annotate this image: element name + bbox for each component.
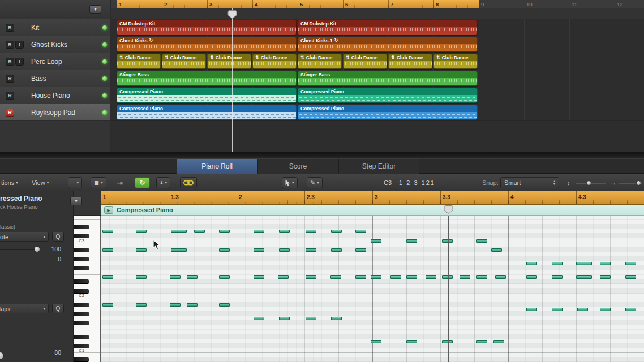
track-header-menu-button[interactable]: ▾ bbox=[89, 5, 101, 14]
record-enable-button[interactable]: R bbox=[6, 58, 14, 66]
midi-note[interactable] bbox=[526, 308, 537, 311]
midi-note[interactable] bbox=[355, 230, 366, 233]
midi-note[interactable] bbox=[476, 275, 487, 279]
tab-piano-roll[interactable]: Piano Roll bbox=[177, 159, 257, 174]
midi-note[interactable] bbox=[136, 248, 147, 252]
black-key[interactable] bbox=[74, 225, 89, 229]
midi-note[interactable] bbox=[102, 230, 113, 233]
midi-note[interactable] bbox=[371, 340, 381, 343]
midi-note[interactable] bbox=[442, 275, 453, 279]
midi-note[interactable] bbox=[171, 248, 187, 252]
midi-note[interactable] bbox=[102, 275, 113, 279]
midi-note[interactable] bbox=[552, 275, 563, 279]
audio-region[interactable]: Ghost Kicks↻ bbox=[117, 37, 297, 52]
midi-note[interactable] bbox=[390, 275, 401, 279]
input-monitor-button[interactable]: I bbox=[15, 41, 24, 49]
region-play-button[interactable]: ▶ bbox=[104, 206, 113, 214]
black-key[interactable] bbox=[74, 257, 89, 261]
midi-note[interactable] bbox=[136, 230, 147, 233]
midi-note[interactable] bbox=[136, 303, 147, 307]
midi-note[interactable] bbox=[330, 275, 341, 279]
midi-note[interactable] bbox=[170, 275, 181, 279]
track-header-bass[interactable]: RBass bbox=[0, 70, 110, 87]
midi-note[interactable] bbox=[552, 308, 563, 311]
track-header-house-piano[interactable]: RHouse Piano bbox=[0, 87, 110, 104]
record-enable-button[interactable]: R bbox=[6, 92, 14, 100]
midi-note[interactable] bbox=[460, 275, 470, 279]
midi-note[interactable] bbox=[219, 275, 230, 279]
scale-dropdown[interactable]: Major ▾ bbox=[0, 304, 49, 313]
midi-note[interactable] bbox=[331, 317, 342, 320]
midi-note[interactable] bbox=[331, 248, 342, 252]
quantize-q-button[interactable]: Q bbox=[52, 232, 64, 242]
region-header-strip[interactable]: ▶ Compressed Piano bbox=[101, 205, 644, 216]
record-enable-button[interactable]: R bbox=[6, 75, 14, 83]
midi-note[interactable] bbox=[406, 275, 417, 279]
midi-note[interactable] bbox=[576, 275, 592, 279]
midi-note[interactable] bbox=[526, 275, 537, 279]
horizontal-zoom-slider[interactable] bbox=[619, 181, 642, 186]
catch-playhead-button[interactable]: ↻ bbox=[135, 177, 150, 188]
midi-note[interactable] bbox=[476, 239, 487, 243]
black-key[interactable] bbox=[74, 321, 89, 325]
midi-note[interactable] bbox=[171, 230, 187, 233]
midi-note[interactable] bbox=[495, 275, 506, 279]
midi-note[interactable] bbox=[278, 275, 289, 279]
midi-note[interactable] bbox=[526, 262, 537, 265]
event-list-button[interactable]: ≣ ▾ bbox=[91, 177, 106, 188]
midi-note[interactable] bbox=[306, 275, 316, 279]
view-menu[interactable]: View ▾ bbox=[32, 174, 49, 191]
audio-region[interactable]: CM Dubstep Kit bbox=[298, 20, 478, 35]
midi-note[interactable] bbox=[279, 230, 290, 233]
track-header-perc-loop[interactable]: RIPerc Loop bbox=[0, 53, 110, 70]
pencil-tool-button[interactable]: ✎ ▾ bbox=[307, 177, 323, 188]
midi-note[interactable] bbox=[279, 317, 290, 320]
midi-note[interactable] bbox=[426, 275, 436, 279]
midi-note[interactable] bbox=[355, 248, 366, 252]
midi-note[interactable] bbox=[577, 308, 588, 311]
midi-note[interactable] bbox=[306, 248, 316, 252]
slider-knob[interactable] bbox=[586, 180, 591, 186]
pane-divider[interactable] bbox=[0, 152, 644, 159]
audio-region[interactable]: ⇅Club Dance bbox=[343, 54, 387, 69]
midi-note[interactable] bbox=[600, 262, 611, 265]
midi-in-button[interactable]: ⇥ bbox=[117, 174, 123, 191]
record-enable-button[interactable]: R bbox=[6, 41, 14, 49]
audio-region[interactable]: Ghost Kicks.1↻ bbox=[298, 37, 478, 52]
midi-note[interactable] bbox=[279, 248, 290, 252]
midi-note[interactable] bbox=[371, 239, 381, 243]
record-enable-button[interactable]: R bbox=[6, 24, 14, 32]
audio-region[interactable]: Stinger Bass bbox=[117, 71, 297, 86]
inspector-disclosure-button[interactable]: ▾ bbox=[70, 197, 82, 205]
midi-note[interactable] bbox=[254, 275, 264, 279]
tab-step-editor[interactable]: Step Editor bbox=[338, 159, 419, 174]
midi-note[interactable] bbox=[102, 303, 113, 307]
arrange-playhead[interactable] bbox=[232, 8, 233, 152]
midi-note[interactable] bbox=[625, 275, 636, 279]
midi-note[interactable] bbox=[371, 275, 381, 279]
midi-note[interactable] bbox=[476, 340, 487, 343]
midi-note[interactable] bbox=[306, 230, 316, 233]
black-key[interactable] bbox=[74, 357, 89, 362]
track-header-kit[interactable]: RKit bbox=[0, 19, 110, 36]
pointer-tool-button[interactable]: ▾ bbox=[282, 177, 298, 188]
piano-roll-playhead[interactable] bbox=[448, 216, 449, 362]
midi-note[interactable] bbox=[600, 308, 611, 311]
midi-note[interactable] bbox=[170, 303, 181, 307]
midi-region[interactable]: Compressed Piano bbox=[298, 105, 478, 120]
scale-q-button[interactable]: Q bbox=[52, 304, 64, 313]
tab-score[interactable]: Score bbox=[257, 159, 338, 174]
audio-region[interactable]: ⇅Club Dance bbox=[162, 54, 206, 69]
strength-knob[interactable] bbox=[34, 246, 40, 252]
piano-roll-playhead-marker[interactable] bbox=[444, 205, 453, 214]
audio-region[interactable]: CM Dubstep Kit bbox=[117, 20, 297, 35]
midi-note[interactable] bbox=[493, 340, 504, 343]
audio-region[interactable]: ⇅Club Dance bbox=[117, 54, 161, 69]
audio-region[interactable]: Stinger Bass bbox=[298, 71, 478, 86]
midi-note[interactable] bbox=[136, 275, 147, 279]
input-monitor-button[interactable]: I bbox=[15, 58, 24, 66]
midi-note[interactable] bbox=[406, 239, 417, 243]
midi-note[interactable] bbox=[491, 248, 502, 252]
midi-note[interactable] bbox=[625, 308, 636, 311]
black-key[interactable] bbox=[74, 248, 89, 252]
